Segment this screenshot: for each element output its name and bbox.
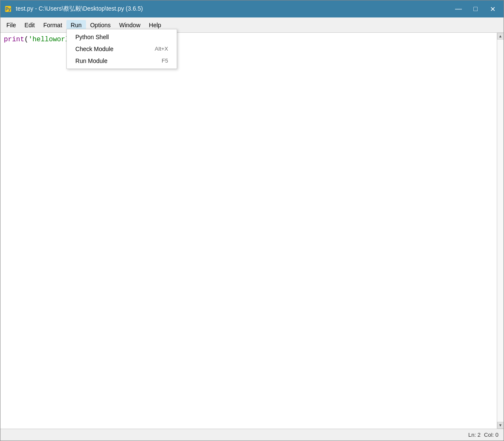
vertical-scrollbar[interactable]: ▲ ▼ xyxy=(497,33,504,429)
editor-area: print('helloworl ▲ ▼ xyxy=(0,33,504,429)
status-line: Ln: 2 xyxy=(468,432,481,438)
status-col: Col: 0 xyxy=(484,432,498,438)
run-dropdown-menu: Python Shell Check Module Alt+X Run Modu… xyxy=(66,29,177,69)
run-menu-check-module[interactable]: Check Module Alt+X xyxy=(67,43,177,55)
app-icon: Py xyxy=(4,5,12,13)
svg-text:Py: Py xyxy=(6,7,11,11)
menu-edit[interactable]: Edit xyxy=(20,20,39,30)
menu-run-container: Run Python Shell Check Module Alt+X Run … xyxy=(66,21,86,29)
status-bar: Ln: 2 Col: 0 xyxy=(0,429,504,441)
code-editor[interactable]: print('helloworl xyxy=(0,33,497,429)
scroll-up-arrow[interactable]: ▲ xyxy=(497,33,504,40)
run-menu-python-shell[interactable]: Python Shell xyxy=(67,31,177,43)
title-bar: Py test.py - C:\Users\蔡弘毅\Desktop\test.p… xyxy=(0,0,504,17)
scroll-down-arrow[interactable]: ▼ xyxy=(497,422,504,429)
code-keyword-print: print xyxy=(4,34,24,45)
menu-file[interactable]: File xyxy=(2,20,20,30)
scroll-track[interactable] xyxy=(497,40,504,422)
window-title: test.py - C:\Users\蔡弘毅\Desktop\test.py (… xyxy=(16,5,143,13)
run-menu-run-module[interactable]: Run Module F5 xyxy=(67,55,177,67)
minimize-button[interactable]: — xyxy=(451,3,466,15)
maximize-button[interactable]: □ xyxy=(468,3,483,15)
close-button[interactable]: ✕ xyxy=(485,3,500,15)
status-position: Ln: 2 Col: 0 xyxy=(468,432,498,438)
window-controls: — □ ✕ xyxy=(451,3,500,15)
code-string: 'helloworl xyxy=(29,34,69,45)
code-paren-open: ( xyxy=(24,34,29,45)
menu-format[interactable]: Format xyxy=(39,20,66,30)
menu-bar: File Edit Format Run Python Shell Check … xyxy=(0,17,504,33)
title-bar-left: Py test.py - C:\Users\蔡弘毅\Desktop\test.p… xyxy=(4,5,143,13)
main-window: Py test.py - C:\Users\蔡弘毅\Desktop\test.p… xyxy=(0,0,504,441)
